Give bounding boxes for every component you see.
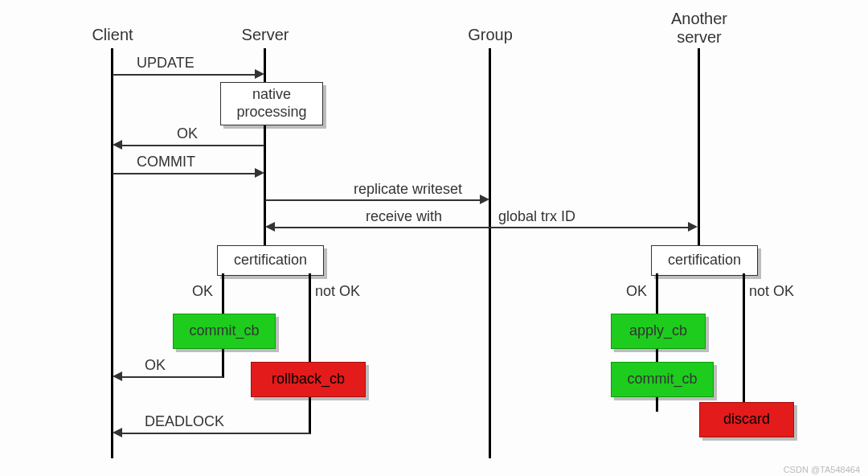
arrow-receive-head-right — [688, 222, 698, 232]
box-certification-right: certification — [651, 245, 758, 276]
label-ok-right: OK — [626, 283, 647, 300]
arrow-deadlock — [122, 433, 310, 434]
label-notok-right: not OK — [749, 283, 794, 300]
arrow-update — [113, 74, 255, 76]
lifeline-another — [698, 48, 700, 245]
label-notok-left: not OK — [315, 283, 360, 300]
arrow-ok2-head — [113, 371, 122, 381]
lifeline-group — [489, 48, 491, 458]
lifeline-group-label: Group — [468, 26, 513, 44]
watermark: CSDN @TA548464 — [784, 465, 860, 474]
arrow-replicate-head — [480, 195, 489, 204]
box-commit-cb-right: commit_cb — [611, 362, 714, 397]
box-commit-cb-left: commit_cb — [173, 314, 276, 349]
box-rollback-cb: rollback_cb — [251, 362, 366, 397]
arrow-ok1 — [122, 145, 264, 146]
arrow-ok2 — [122, 376, 223, 378]
branch-left-notok-line — [309, 273, 311, 434]
arrow-receive-head-left — [265, 222, 275, 232]
lifeline-client-label: Client — [92, 26, 133, 44]
arrow-replicate — [265, 199, 480, 201]
msg-commit: COMMIT — [137, 154, 195, 170]
msg-global-trx: global trx ID — [498, 208, 575, 225]
msg-update: UPDATE — [137, 55, 194, 72]
lifeline-another-label: Another server — [671, 10, 727, 47]
label-ok-left: OK — [192, 283, 213, 300]
lifeline-server-label: Server — [242, 26, 289, 44]
arrow-commit-head — [255, 168, 264, 178]
msg-deadlock: DEADLOCK — [145, 413, 224, 430]
box-certification-left: certification — [217, 245, 324, 276]
msg-receive: receive with — [366, 208, 442, 225]
msg-replicate: replicate writeset — [354, 181, 462, 198]
arrow-ok1-head — [113, 140, 122, 150]
arrow-deadlock-head — [113, 428, 122, 437]
arrow-receive — [275, 227, 688, 228]
box-native-processing: native processing — [220, 82, 323, 125]
msg-ok2: OK — [145, 357, 166, 374]
lifeline-client — [111, 48, 113, 458]
msg-ok1: OK — [177, 125, 198, 142]
box-apply-cb: apply_cb — [611, 314, 706, 349]
arrow-update-head — [255, 69, 264, 79]
sequence-diagram: Client Server Group Another server UPDAT… — [0, 0, 868, 476]
box-discard: discard — [699, 402, 794, 437]
arrow-commit — [113, 173, 255, 174]
